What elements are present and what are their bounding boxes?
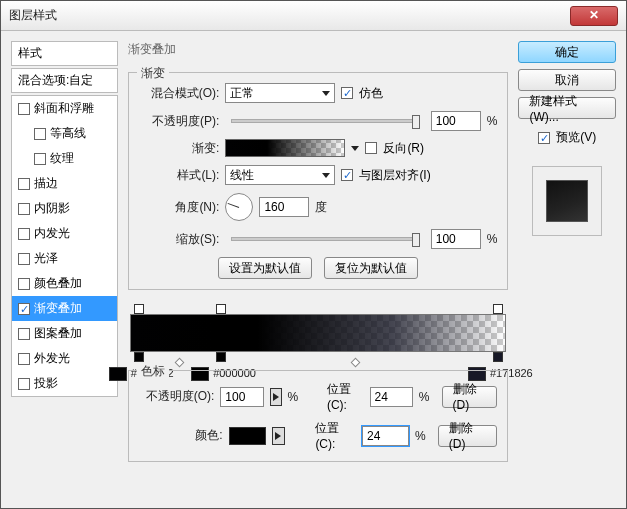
- style-checkbox[interactable]: [18, 103, 30, 115]
- style-checkbox[interactable]: [18, 253, 30, 265]
- position-label: 位置(C):: [327, 381, 364, 412]
- chevron-down-icon: [322, 173, 330, 178]
- color-stop[interactable]: [216, 352, 226, 362]
- style-item-8[interactable]: 渐变叠加: [12, 296, 117, 321]
- blend-mode-label: 混合模式(O):: [139, 85, 219, 102]
- style-checkbox[interactable]: [34, 153, 46, 165]
- reset-default-button[interactable]: 复位为默认值: [324, 257, 418, 279]
- color-stop[interactable]: [493, 352, 503, 362]
- gradient-editor-bar[interactable]: #010102#000000#171826: [130, 314, 506, 352]
- midpoint-diamond[interactable]: [350, 358, 360, 368]
- scale-slider[interactable]: [231, 237, 418, 241]
- style-item-5[interactable]: 内发光: [12, 221, 117, 246]
- preview-box: [532, 166, 602, 236]
- style-label: 渐变叠加: [34, 300, 82, 317]
- gradient-group: 渐变 混合模式(O): 正常 仿色 不透明度(P): 100 % 渐变:: [128, 72, 508, 290]
- section-title: 渐变叠加: [128, 41, 508, 58]
- style-checkbox[interactable]: [18, 278, 30, 290]
- style-label: 描边: [34, 175, 58, 192]
- style-label: 内阴影: [34, 200, 70, 217]
- style-checkbox[interactable]: [18, 378, 30, 390]
- stop-opacity-label: 不透明度(O):: [139, 388, 214, 405]
- opacity-stepper[interactable]: [270, 388, 282, 406]
- style-checkbox[interactable]: [18, 228, 30, 240]
- style-select[interactable]: 线性: [225, 165, 335, 185]
- style-list: 斜面和浮雕等高线纹理描边内阴影内发光光泽颜色叠加渐变叠加图案叠加外发光投影: [11, 95, 118, 397]
- style-label: 外发光: [34, 350, 70, 367]
- reverse-label: 反向(R): [383, 140, 424, 157]
- angle-input[interactable]: 160: [259, 197, 309, 217]
- angle-dial[interactable]: [225, 193, 253, 221]
- center-panel: 渐变叠加 渐变 混合模式(O): 正常 仿色 不透明度(P): 100 % 渐变…: [128, 41, 508, 498]
- color-picker-button[interactable]: [272, 427, 285, 445]
- style-label: 等高线: [50, 125, 86, 142]
- blending-options-item[interactable]: 混合选项:自定: [11, 68, 118, 93]
- blend-mode-select[interactable]: 正常: [225, 83, 335, 103]
- color-stop[interactable]: [134, 352, 144, 362]
- style-label: 颜色叠加: [34, 275, 82, 292]
- opacity-slider[interactable]: [231, 119, 418, 123]
- styles-header[interactable]: 样式: [11, 41, 118, 66]
- style-checkbox[interactable]: [18, 178, 30, 190]
- style-item-6[interactable]: 光泽: [12, 246, 117, 271]
- style-item-9[interactable]: 图案叠加: [12, 321, 117, 346]
- style-label: 斜面和浮雕: [34, 100, 94, 117]
- style-label: 图案叠加: [34, 325, 82, 342]
- opacity-stop[interactable]: [493, 304, 503, 314]
- align-label: 与图层对齐(I): [359, 167, 430, 184]
- style-item-11[interactable]: 投影: [12, 371, 117, 396]
- style-checkbox[interactable]: [18, 328, 30, 340]
- opacity-input[interactable]: 100: [431, 111, 481, 131]
- midpoint-diamond[interactable]: [175, 358, 185, 368]
- new-style-button[interactable]: 新建样式(W)...: [518, 97, 616, 119]
- set-default-button[interactable]: 设置为默认值: [218, 257, 312, 279]
- style-label: 纹理: [50, 150, 74, 167]
- style-item-0[interactable]: 斜面和浮雕: [12, 96, 117, 121]
- style-item-7[interactable]: 颜色叠加: [12, 271, 117, 296]
- opacity-stop[interactable]: [216, 304, 226, 314]
- stop-color-swatch[interactable]: [229, 427, 266, 445]
- titlebar: 图层样式 ✕: [1, 1, 626, 31]
- style-checkbox[interactable]: [18, 303, 30, 315]
- right-panel: 确定 取消 新建样式(W)... 预览(V): [518, 41, 616, 498]
- style-checkbox[interactable]: [34, 128, 46, 140]
- stop-group: 色标 不透明度(O): 100 % 位置(C): 24 % 删除(D) 颜色:: [128, 370, 508, 462]
- stop-group-title: 色标: [137, 363, 169, 380]
- style-label: 投影: [34, 375, 58, 392]
- close-button[interactable]: ✕: [570, 6, 618, 26]
- position-input-top[interactable]: 24: [370, 387, 413, 407]
- stop-color-label: 颜色:: [139, 427, 222, 444]
- ok-button[interactable]: 确定: [518, 41, 616, 63]
- styles-panel: 样式 混合选项:自定 斜面和浮雕等高线纹理描边内阴影内发光光泽颜色叠加渐变叠加图…: [11, 41, 118, 498]
- style-item-10[interactable]: 外发光: [12, 346, 117, 371]
- chevron-down-icon[interactable]: [351, 146, 359, 151]
- gradient-swatch[interactable]: [225, 139, 345, 157]
- angle-label: 角度(N):: [139, 199, 219, 216]
- position-label: 位置(C):: [315, 420, 356, 451]
- preview-label: 预览(V): [556, 129, 596, 146]
- style-item-1[interactable]: 等高线: [12, 121, 117, 146]
- reverse-checkbox[interactable]: [365, 142, 377, 154]
- style-checkbox[interactable]: [18, 203, 30, 215]
- delete-color-stop-button[interactable]: 删除(D): [438, 425, 498, 447]
- align-checkbox[interactable]: [341, 169, 353, 181]
- dither-label: 仿色: [359, 85, 383, 102]
- style-label: 内发光: [34, 225, 70, 242]
- style-item-4[interactable]: 内阴影: [12, 196, 117, 221]
- gradient-group-title: 渐变: [137, 65, 169, 82]
- position-input-bottom[interactable]: 24: [362, 426, 409, 446]
- dither-checkbox[interactable]: [341, 87, 353, 99]
- style-item-3[interactable]: 描边: [12, 171, 117, 196]
- style-label: 样式(L):: [139, 167, 219, 184]
- opacity-stop[interactable]: [134, 304, 144, 314]
- stop-opacity-input[interactable]: 100: [220, 387, 263, 407]
- preview-checkbox[interactable]: [538, 132, 550, 144]
- style-item-2[interactable]: 纹理: [12, 146, 117, 171]
- style-label: 光泽: [34, 250, 58, 267]
- cancel-button[interactable]: 取消: [518, 69, 616, 91]
- style-checkbox[interactable]: [18, 353, 30, 365]
- opacity-label: 不透明度(P):: [139, 113, 219, 130]
- preview-swatch: [546, 180, 588, 222]
- scale-input[interactable]: 100: [431, 229, 481, 249]
- delete-stop-button[interactable]: 删除(D): [442, 386, 498, 408]
